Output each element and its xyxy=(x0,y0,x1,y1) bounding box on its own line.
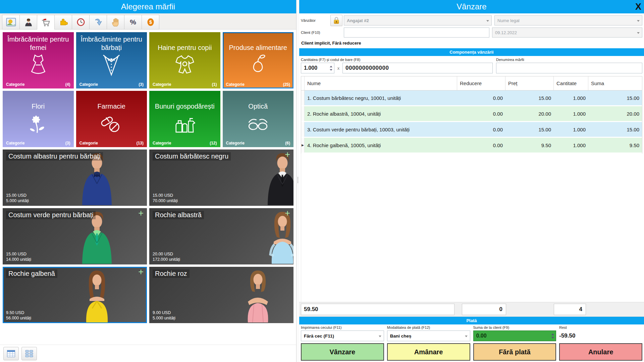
flower-icon xyxy=(22,112,55,136)
product-price: 15.00 USD 5.000 unități xyxy=(6,193,29,204)
list-view-button[interactable] xyxy=(3,347,19,360)
curved-arrow-icon xyxy=(94,17,103,27)
toolbar-discount-button[interactable]: % xyxy=(124,15,142,29)
product-price: 15.00 USD 14.000 unități xyxy=(6,251,31,262)
category-count: (6) xyxy=(285,141,290,145)
client-input[interactable] xyxy=(344,27,489,38)
toolbar-hold-button[interactable] xyxy=(107,15,124,29)
tiles-area: Îmbrăcăminte pentru femei Categorie(4) Î… xyxy=(0,29,296,345)
category-tile-flori[interactable]: Flori Categorie(3) xyxy=(3,91,74,147)
picture-icon xyxy=(6,18,16,26)
chevron-down-icon xyxy=(465,336,468,337)
list-view-icon xyxy=(7,350,15,358)
toolbar-cash-button[interactable]: $ xyxy=(142,15,159,29)
rest-label: Rest xyxy=(559,325,642,329)
table-row[interactable]: 1. Costum bărbătesc negru, 10001, unităț… xyxy=(301,90,642,106)
category-tile-imbracaminte-femei[interactable]: Îmbrăcăminte pentru femei Categorie(4) xyxy=(3,32,74,88)
table-row[interactable]: 2. Rochie albastră, 10004, unități 0.00 … xyxy=(301,106,642,122)
category-tile-haine-copii[interactable]: Haine pentru copii Categorie(1) xyxy=(149,32,220,88)
sale-panel-title-text: Vânzare xyxy=(457,2,486,11)
glasses-icon xyxy=(241,112,274,136)
product-tile-costum-albastru[interactable]: Costum albastru pentru bărbați 15.00 USD xyxy=(3,149,147,206)
product-tile-rochie-albastra[interactable]: Rochie albastră + 20.00 USD 172.000 unit… xyxy=(149,208,293,264)
toolbar-customer-button[interactable] xyxy=(19,15,37,29)
column-header-cantitate: Cantitate xyxy=(554,76,588,90)
client-amount-label: Suma de la client (F9) xyxy=(473,325,556,329)
category-count: (13) xyxy=(137,141,144,145)
category-count: (4) xyxy=(65,82,70,87)
product-tile-rochie-roz[interactable]: Rochie roz 9.00 USD 5.000 unități xyxy=(149,267,293,323)
legal-name-select[interactable]: Nume legal xyxy=(494,15,642,25)
baby-clothes-icon xyxy=(168,54,201,77)
spinner-up-icon[interactable] xyxy=(551,334,554,335)
chevron-down-icon xyxy=(486,20,489,22)
lock-button[interactable] xyxy=(330,15,342,26)
view-mode-bar xyxy=(0,345,296,362)
action-buttons: Vânzare Amânare Fără plată Anulare xyxy=(299,341,644,362)
amount-spinner xyxy=(550,334,556,339)
postpone-button[interactable]: Amânare xyxy=(387,343,470,361)
cancel-button[interactable]: Anulare xyxy=(559,343,642,361)
category-count: (25) xyxy=(283,82,290,87)
receipt-print-select[interactable]: Fără cec (F11) xyxy=(301,330,384,341)
category-tile-produse-alimentare[interactable]: Produse alimentare Categorie(25) xyxy=(223,32,294,88)
sale-header-form: Vânzător Angajat #2 Nume legal xyxy=(299,13,644,40)
table-row[interactable]: 3. Costum verde pentru bărbați, 10003, u… xyxy=(301,122,642,138)
product-price: 9.50 USD 56.000 unități xyxy=(6,310,31,321)
product-tile-costum-verde[interactable]: Costum verde pentru bărbați + 15.00 USD … xyxy=(3,208,147,264)
total-discount-value: 0 xyxy=(462,304,506,315)
toolbar-plugins-button[interactable] xyxy=(54,15,72,29)
panel-splitter[interactable] xyxy=(297,0,299,362)
totals-bar: 59.50 0 4 xyxy=(299,302,644,317)
category-tile-imbracaminte-barbati[interactable]: Îmbrăcăminte pentru bărbați Categorie(3) xyxy=(76,32,147,88)
left-panel-title: Alegerea mărfii xyxy=(0,0,296,13)
lock-icon xyxy=(333,16,340,25)
sale-button[interactable]: Vânzare xyxy=(301,343,384,361)
product-price: 15.00 USD 70.000 unități xyxy=(153,193,178,204)
toolbar-return-button[interactable] xyxy=(89,15,107,29)
client-amount-input[interactable]: 0.00 xyxy=(473,330,556,341)
category-tile-optica[interactable]: Optică Categorie(6) xyxy=(223,91,294,147)
table-row-current[interactable]: ▶ 4. Rochie galbenă, 10005, unități 0.00… xyxy=(301,138,642,154)
product-photo-woman-yellow-dress xyxy=(76,268,117,322)
toolbar-history-button[interactable] xyxy=(72,15,90,29)
close-icon[interactable]: X xyxy=(635,1,641,13)
sale-items-table: Nume Reducere Preț Cantitate Suma 1. Cos… xyxy=(301,76,642,154)
quantity-spinner xyxy=(328,66,334,71)
toolbar-gallery-button[interactable] xyxy=(2,15,20,29)
product-name-input[interactable] xyxy=(496,63,642,73)
seller-label: Vânzător xyxy=(301,18,330,22)
toolbar-cart-button[interactable] xyxy=(37,15,55,30)
quantity-stepper[interactable]: 1.000 xyxy=(301,63,334,73)
total-items-count: 4 xyxy=(554,304,586,315)
spinner-down-icon[interactable] xyxy=(551,337,554,339)
qty-barcode-label: Cantitatea (F7) și codul de bare (F8) xyxy=(301,58,493,62)
clock-icon xyxy=(76,17,86,27)
svg-text:$: $ xyxy=(149,19,152,25)
barcode-input[interactable]: 0000000000000 xyxy=(342,63,493,73)
splitter-grip-icon xyxy=(298,177,298,183)
product-tile-rochie-galbena[interactable]: Rochie galbenă + 9.50 USD 56.000 unități xyxy=(3,267,147,323)
add-product-icon: + xyxy=(285,149,290,160)
payment-controls: Imprimarea cecului (F11) Fără cec (F11) … xyxy=(299,324,644,341)
category-tile-bunuri-gospodaresti[interactable]: Bunuri gospodărești Categorie(12) xyxy=(149,91,220,147)
product-tile-costum-negru[interactable]: Costum bărbătesc negru + 15.00 USD 70.00… xyxy=(149,149,293,206)
date-select[interactable]: 09.12.2022 xyxy=(492,27,642,38)
no-payment-button[interactable]: Fără plată xyxy=(473,343,556,361)
pos-window: Alegerea mărfii xyxy=(0,0,644,362)
spinner-down-icon[interactable] xyxy=(330,69,332,71)
payment-method-label: Modalitatea de plată (F12) xyxy=(387,325,470,329)
grid-view-icon xyxy=(25,350,34,358)
pear-icon xyxy=(241,54,274,77)
column-header-suma: Suma xyxy=(588,76,642,90)
chevron-down-icon xyxy=(637,20,640,22)
grid-view-button[interactable] xyxy=(21,347,37,360)
spinner-up-icon[interactable] xyxy=(330,66,332,67)
seller-select[interactable]: Angajat #2 xyxy=(344,15,492,25)
product-grid: Costum albastru pentru bărbați 15.00 USD xyxy=(3,149,293,323)
payment-method-select[interactable]: Bani cheș xyxy=(387,330,470,341)
category-tile-farmacie[interactable]: Farmacie Categorie(13) xyxy=(76,91,147,147)
chevron-down-icon xyxy=(379,336,381,337)
sale-panel-title: Vânzare X xyxy=(299,0,644,13)
sale-composition-header: Componența vânzării xyxy=(299,48,644,56)
